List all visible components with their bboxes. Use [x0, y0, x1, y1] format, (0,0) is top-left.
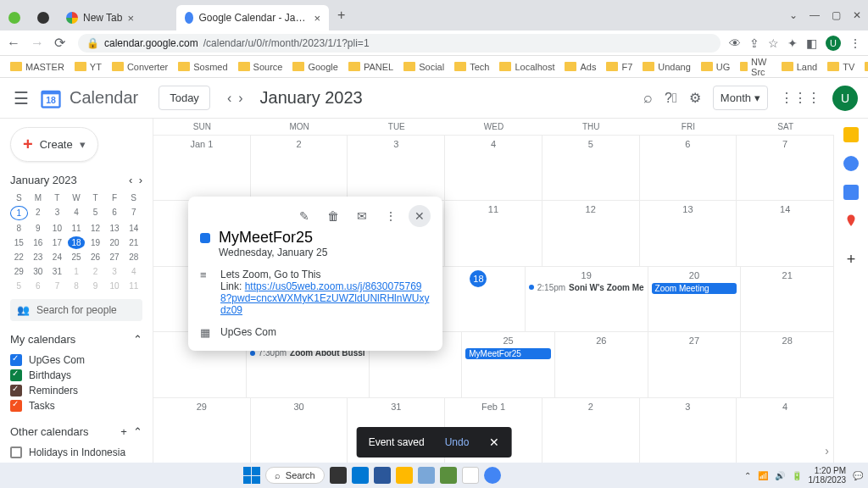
- checkbox[interactable]: [10, 400, 22, 412]
- tab-pinned-1[interactable]: [0, 5, 29, 30]
- bookmark-item[interactable]: Source: [238, 62, 283, 72]
- add-icon[interactable]: +: [120, 425, 127, 438]
- day-cell[interactable]: 3: [640, 398, 737, 463]
- day-cell[interactable]: 13: [640, 201, 737, 265]
- word-icon[interactable]: [374, 467, 391, 484]
- create-button[interactable]: + Create ▾: [10, 127, 98, 162]
- mini-day[interactable]: 13: [106, 222, 124, 235]
- minimize-icon[interactable]: —: [810, 9, 820, 21]
- day-cell[interactable]: 25MyMeetFor25: [462, 332, 555, 396]
- maximize-icon[interactable]: ▢: [832, 9, 841, 21]
- mini-day[interactable]: 3: [106, 265, 124, 278]
- bookmark-item[interactable]: FB: [865, 62, 868, 72]
- day-cell[interactable]: 30: [251, 398, 348, 463]
- edge-icon[interactable]: [352, 467, 369, 484]
- view-select[interactable]: Month▾: [713, 86, 768, 110]
- day-cell[interactable]: 21: [741, 267, 834, 331]
- mini-day[interactable]: 5: [86, 206, 104, 220]
- mini-day[interactable]: 8: [68, 280, 86, 292]
- explorer-icon[interactable]: [396, 467, 413, 484]
- tab-pinned-2[interactable]: [29, 5, 58, 30]
- calendar-item[interactable]: Holidays in Indonesia: [10, 445, 142, 460]
- checkbox[interactable]: [10, 354, 22, 366]
- close-icon[interactable]: ✕: [409, 205, 431, 227]
- event-chip[interactable]: MyMeetFor25: [465, 348, 551, 359]
- mini-day[interactable]: 30: [30, 265, 47, 278]
- bookmark-item[interactable]: Undang: [643, 62, 691, 72]
- day-cell[interactable]: Jan 1: [153, 136, 251, 200]
- day-cell[interactable]: 14: [737, 201, 834, 265]
- gear-icon[interactable]: ⚙: [689, 90, 701, 106]
- help-icon[interactable]: ?⃝: [665, 91, 677, 106]
- mini-day[interactable]: 16: [30, 236, 47, 249]
- calendar-item[interactable]: Birthdays: [10, 368, 142, 383]
- app-icon[interactable]: [484, 467, 501, 484]
- day-cell[interactable]: 12: [542, 201, 640, 265]
- edit-icon[interactable]: ✎: [293, 205, 315, 227]
- close-window-icon[interactable]: ✕: [853, 9, 861, 21]
- calendar-item[interactable]: Reminders: [10, 383, 142, 398]
- day-cell[interactable]: 2: [251, 136, 348, 200]
- mini-day[interactable]: 17: [48, 236, 66, 249]
- mini-day[interactable]: 12: [86, 222, 104, 235]
- mini-day[interactable]: 27: [106, 251, 124, 263]
- other-calendars-section[interactable]: Other calendars + ⌃: [10, 425, 142, 438]
- start-button[interactable]: [243, 467, 260, 484]
- checkbox[interactable]: [10, 385, 22, 396]
- bookmark-item[interactable]: MASTER: [10, 62, 64, 72]
- mini-day[interactable]: 5: [10, 280, 28, 292]
- new-tab-button[interactable]: +: [329, 8, 353, 23]
- mini-day[interactable]: 11: [125, 280, 142, 292]
- mini-day[interactable]: 19: [86, 236, 104, 249]
- mini-day[interactable]: 24: [48, 251, 66, 263]
- eye-icon[interactable]: 👁: [729, 36, 741, 50]
- tab-gcal[interactable]: Google Calendar - January 2023 ×: [176, 5, 329, 30]
- taskview-icon[interactable]: [330, 467, 347, 484]
- add-panel-icon[interactable]: +: [847, 251, 856, 269]
- close-icon[interactable]: ✕: [489, 435, 499, 449]
- mini-day[interactable]: 2: [86, 265, 104, 278]
- day-cell[interactable]: 4: [445, 136, 542, 200]
- notifications-icon[interactable]: 💬: [853, 471, 863, 480]
- day-cell[interactable]: 7: [737, 136, 834, 200]
- mini-day[interactable]: 23: [30, 251, 47, 263]
- wifi-icon[interactable]: 📶: [758, 471, 768, 480]
- clock[interactable]: 1:20 PM 1/18/2023: [809, 466, 847, 485]
- mini-day[interactable]: 3: [48, 206, 66, 220]
- volume-icon[interactable]: 🔊: [775, 471, 785, 480]
- mini-day[interactable]: 15: [10, 236, 28, 249]
- tab-newtab[interactable]: New Tab ×: [58, 5, 176, 30]
- mini-day[interactable]: 2: [30, 206, 47, 220]
- today-button[interactable]: Today: [159, 86, 210, 110]
- mini-day[interactable]: 7: [125, 206, 142, 220]
- day-cell[interactable]: 29: [153, 398, 251, 463]
- bookmark-item[interactable]: Localhost: [499, 62, 554, 72]
- apps-icon[interactable]: ⋮⋮⋮: [780, 90, 821, 106]
- day-cell[interactable]: 26: [555, 332, 648, 396]
- kebab-icon[interactable]: ⋮: [849, 36, 861, 50]
- mini-next-icon[interactable]: ›: [139, 174, 142, 186]
- delete-icon[interactable]: 🗑: [322, 205, 344, 227]
- star-icon[interactable]: ☆: [768, 36, 779, 50]
- app-icon[interactable]: [440, 467, 457, 484]
- bookmark-item[interactable]: Converter: [112, 62, 168, 72]
- chevron-up-icon[interactable]: ⌃: [744, 471, 751, 480]
- mini-day[interactable]: 26: [86, 251, 104, 263]
- calendar-item[interactable]: UpGes Com: [10, 352, 142, 368]
- mini-day[interactable]: 8: [10, 222, 28, 235]
- search-people-input[interactable]: 👥 Search for people: [10, 299, 142, 321]
- kebab-icon[interactable]: ⋮: [380, 205, 402, 227]
- mini-day[interactable]: 7: [48, 280, 66, 292]
- day-cell[interactable]: 2: [542, 398, 640, 463]
- mini-day[interactable]: 10: [48, 222, 66, 235]
- mini-day[interactable]: 6: [106, 206, 124, 220]
- prev-month-icon[interactable]: ‹: [227, 91, 231, 106]
- bookmark-item[interactable]: Google: [292, 62, 337, 72]
- mini-day[interactable]: 28: [125, 251, 142, 263]
- day-cell[interactable]: 6: [640, 136, 737, 200]
- mini-day[interactable]: 6: [30, 280, 47, 292]
- checkbox[interactable]: [10, 446, 22, 458]
- my-calendars-section[interactable]: My calendars ⌃: [10, 333, 142, 346]
- mini-prev-icon[interactable]: ‹: [129, 174, 132, 186]
- battery-icon[interactable]: 🔋: [792, 471, 802, 480]
